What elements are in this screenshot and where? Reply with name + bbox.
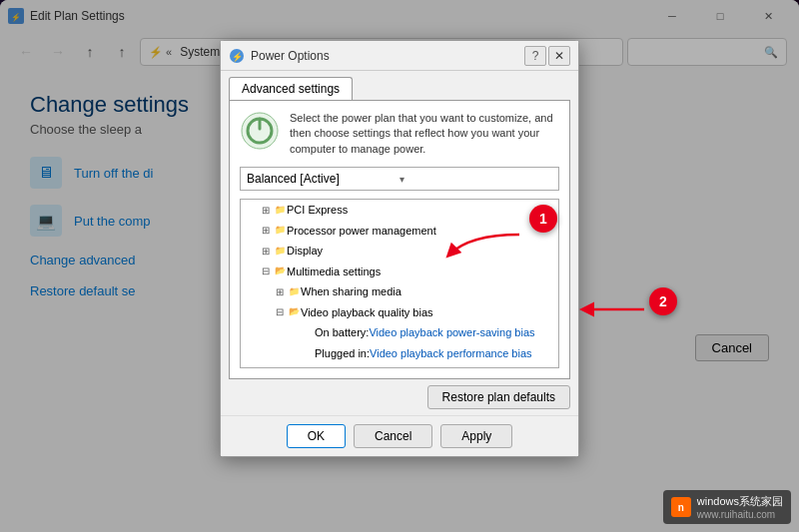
- tree-item-playing[interactable]: ⊞ 📁 When playing video: [241, 363, 558, 368]
- apply-button[interactable]: Apply: [440, 424, 512, 448]
- expand-icon-processor[interactable]: ⊞: [259, 223, 273, 238]
- tree-label-multimedia: Multimedia settings: [287, 264, 381, 280]
- tree-item-pci[interactable]: ⊞ 📁 PCI Express: [241, 200, 558, 221]
- folder-icon-playing: 📁: [287, 367, 301, 369]
- expand-icon-display[interactable]: ⊞: [259, 244, 273, 259]
- tree-label-playing: When playing video: [301, 365, 397, 368]
- expand-icon-pci[interactable]: ⊞: [259, 203, 273, 218]
- dialog-body-power-icon: [240, 111, 280, 151]
- tree-item-multimedia[interactable]: ⊟ 📂 Multimedia settings: [241, 262, 558, 282]
- ok-button[interactable]: OK: [287, 424, 346, 448]
- tree-item-display[interactable]: ⊞ 📁 Display: [241, 241, 558, 262]
- dialog-tabs: Advanced settings: [221, 71, 578, 100]
- folder-icon-multimedia: 📂: [273, 265, 287, 278]
- plan-dropdown[interactable]: Balanced [Active] ▾: [240, 167, 559, 191]
- tree-item-on-battery[interactable]: On battery: Video playback power-saving …: [241, 322, 558, 343]
- tree-label-pci: PCI Express: [287, 202, 348, 219]
- folder-icon-video-quality: 📂: [287, 305, 301, 319]
- tree-label-plugged-prefix: Plugged in:: [315, 345, 370, 362]
- expand-icon-playing[interactable]: ⊞: [273, 366, 287, 368]
- dialog-title: Power Options: [251, 49, 524, 63]
- folder-icon-display: 📁: [273, 245, 287, 259]
- tree-item-processor[interactable]: ⊞ 📁 Processor power management: [241, 221, 558, 242]
- annotation-2: 2: [649, 287, 677, 315]
- watermark-brand: windows系统家园: [697, 494, 783, 509]
- cancel-button[interactable]: Cancel: [354, 424, 432, 448]
- expand-icon-multimedia[interactable]: ⊟: [259, 264, 273, 278]
- tree-label-processor: Processor power management: [287, 223, 436, 240]
- dialog-power-icon: ⚡: [229, 48, 245, 64]
- folder-icon-processor: 📁: [273, 224, 287, 238]
- folder-icon-sharing: 📁: [287, 285, 301, 299]
- watermark-url: www.ruihaitu.com: [697, 509, 783, 520]
- dialog-desc-row: Select the power plan that you want to c…: [240, 111, 559, 157]
- tree-item-video-quality[interactable]: ⊟ 📂 Video playback quality bias: [241, 302, 558, 323]
- expand-icon-video-quality[interactable]: ⊟: [273, 304, 287, 319]
- power-options-dialog: ⚡ Power Options ? ✕ Advanced settings Se…: [220, 40, 579, 457]
- dialog-description: Select the power plan that you want to c…: [290, 111, 559, 157]
- tree-label-video-quality: Video playback quality bias: [301, 304, 433, 321]
- watermark: n windows系统家园 www.ruihaitu.com: [663, 490, 791, 524]
- dialog-body: Select the power plan that you want to c…: [229, 100, 570, 379]
- dropdown-arrow-icon: ▾: [400, 174, 552, 185]
- restore-plan-defaults-button[interactable]: Restore plan defaults: [427, 385, 570, 409]
- dialog-controls: ? ✕: [524, 46, 570, 66]
- folder-icon-pci: 📁: [273, 204, 287, 218]
- annotation-1: 1: [529, 205, 557, 233]
- tab-advanced-settings[interactable]: Advanced settings: [229, 77, 353, 100]
- restore-btn-row: Restore plan defaults: [221, 379, 578, 415]
- tree-label-battery-prefix: On battery:: [315, 324, 369, 341]
- dialog-help-button[interactable]: ?: [524, 46, 546, 66]
- tree-label-battery-link[interactable]: Video playback power-saving bias: [369, 324, 534, 341]
- dialog-close-button[interactable]: ✕: [548, 46, 570, 66]
- dialog-titlebar: ⚡ Power Options ? ✕: [221, 41, 578, 71]
- plan-dropdown-value: Balanced [Active]: [247, 172, 400, 186]
- svg-text:⚡: ⚡: [232, 51, 244, 63]
- expand-icon-sharing[interactable]: ⊞: [273, 284, 287, 299]
- tree-label-plugged-link[interactable]: Video playback performance bias: [370, 345, 531, 362]
- tree-label-sharing: When sharing media: [301, 283, 401, 300]
- tree-item-plugged[interactable]: Plugged in: Video playback performance b…: [241, 343, 558, 364]
- settings-tree[interactable]: ⊞ 📁 PCI Express ⊞ 📁 Processor power mana…: [240, 199, 559, 368]
- watermark-logo: n: [671, 497, 691, 517]
- tree-item-sharing[interactable]: ⊞ 📁 When sharing media: [241, 281, 558, 302]
- dialog-footer: OK Cancel Apply: [221, 415, 578, 456]
- tree-label-display: Display: [287, 243, 323, 260]
